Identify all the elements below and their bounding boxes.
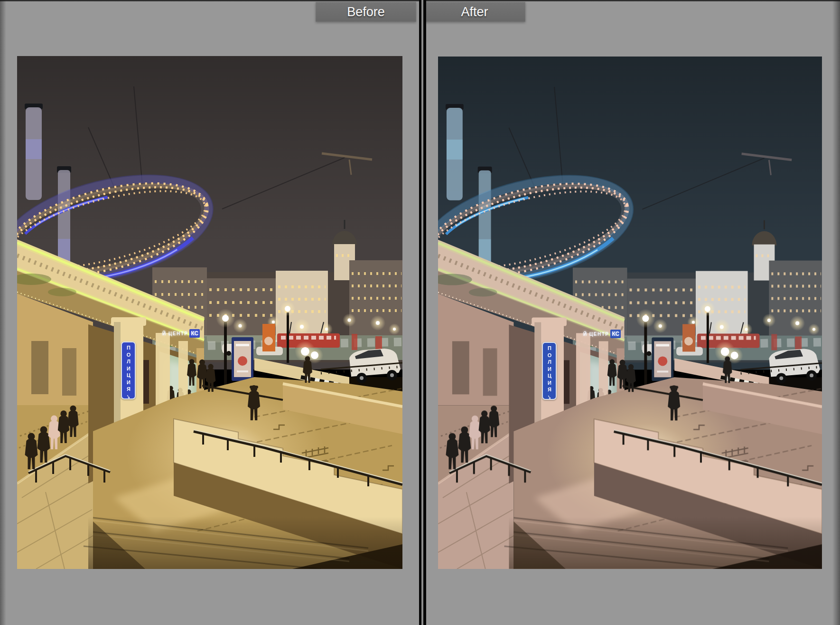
after-view-label-text: After bbox=[461, 5, 488, 19]
mall-sign: Й ЦЕНТР КС bbox=[162, 328, 200, 339]
police-sign-text: ПОЛИЦИЯ bbox=[126, 345, 131, 393]
after-view-label: After bbox=[424, 2, 525, 22]
police-sign-arrow: ➘ bbox=[126, 393, 131, 400]
right-edge-shadow bbox=[832, 0, 840, 625]
mall-sign-logo: КС bbox=[610, 330, 621, 338]
left-edge-shadow bbox=[0, 0, 6, 625]
mall-sign-logo: КС bbox=[189, 329, 200, 338]
pane-divider bbox=[419, 0, 426, 625]
police-sign-arrow: ➘ bbox=[547, 394, 552, 401]
before-view-label-text: Before bbox=[347, 5, 385, 19]
photo-canvas-after bbox=[438, 57, 822, 569]
mall-sign: Й ЦЕНТР КС bbox=[583, 329, 621, 339]
police-sign-text: ПОЛИЦИЯ bbox=[547, 345, 552, 394]
photo-canvas-before bbox=[17, 56, 402, 569]
mall-sign-text: Й ЦЕНТР bbox=[583, 331, 609, 337]
photo-after[interactable]: ПОЛИЦИЯ ➘ Й ЦЕНТР КС bbox=[438, 57, 822, 569]
mall-sign-text: Й ЦЕНТР bbox=[162, 331, 188, 336]
photo-before[interactable]: ПОЛИЦИЯ ➘ Й ЦЕНТР КС bbox=[17, 56, 402, 569]
before-after-compare-view: Before After bbox=[0, 0, 840, 625]
police-sign: ПОЛИЦИЯ ➘ bbox=[542, 342, 557, 400]
before-view-label: Before bbox=[316, 2, 416, 22]
police-sign: ПОЛИЦИЯ ➘ bbox=[121, 341, 136, 399]
